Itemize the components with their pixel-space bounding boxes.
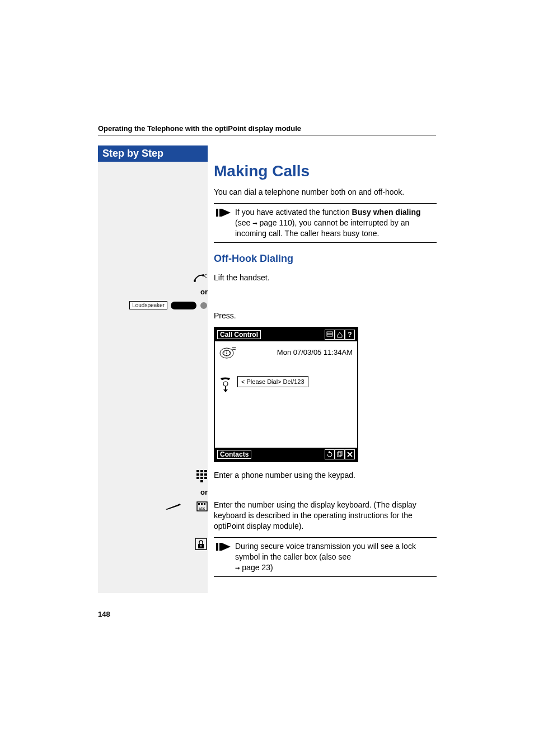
- pd-body: Mon 07/03/05 11:34AM < Please Dial> Del/…: [215, 341, 357, 448]
- home-icon[interactable]: [335, 330, 345, 340]
- note-secure-voice: During secure voice transmission you wil…: [214, 537, 437, 577]
- svg-rect-23: [219, 209, 222, 217]
- note1-post1: (see: [235, 218, 252, 227]
- svg-rect-9: [196, 477, 199, 479]
- or-label: or: [200, 488, 208, 496]
- or-label: or: [200, 288, 208, 296]
- svg-rect-10: [200, 477, 203, 479]
- svg-point-31: [229, 351, 230, 353]
- text-keypad: Enter a phone number using the keypad.: [214, 470, 437, 481]
- svg-rect-11: [204, 477, 207, 479]
- svg-point-36: [223, 382, 228, 386]
- svg-point-1: [202, 274, 204, 276]
- loudspeaker-key-label: Loudspeaker: [129, 301, 167, 309]
- svg-rect-22: [216, 209, 218, 217]
- note1-bold: Busy when dialing: [352, 208, 421, 217]
- svg-rect-3: [196, 470, 199, 472]
- step-sidebar: Step by Step: [98, 145, 208, 593]
- svg-point-34: [229, 354, 230, 355]
- note2-text: During secure voice transmission you wil…: [235, 542, 416, 561]
- text-press: Press.: [214, 311, 437, 321]
- contacts-button[interactable]: Contacts: [217, 450, 251, 459]
- svg-rect-24: [327, 332, 332, 336]
- sidebar-title: Step by Step: [98, 145, 208, 162]
- speaker-icon: [219, 345, 238, 359]
- svg-rect-8: [204, 473, 207, 476]
- redial-icon[interactable]: [325, 449, 335, 459]
- pd-title: Call Control: [217, 330, 261, 339]
- svg-rect-5: [204, 470, 207, 472]
- svg-rect-42: [216, 543, 218, 551]
- pd-dial-field[interactable]: < Please Dial> Del/123: [237, 376, 308, 387]
- main-content: Making Calls You can dial a telephone nu…: [214, 162, 437, 580]
- svg-point-32: [223, 354, 224, 355]
- svg-point-2: [200, 302, 207, 309]
- lock-icon: [194, 537, 208, 551]
- stylus-icon: [165, 503, 182, 510]
- handset-download-icon: [219, 376, 232, 392]
- svg-rect-14: [198, 503, 200, 505]
- svg-rect-39: [339, 451, 342, 456]
- svg-rect-4: [200, 470, 203, 472]
- svg-rect-15: [201, 503, 203, 505]
- arrow-icon: →: [252, 218, 257, 227]
- page-header: Operating the Telephone with the optiPoi…: [98, 124, 436, 135]
- help-icon[interactable]: ?: [345, 330, 355, 340]
- svg-point-33: [226, 355, 227, 356]
- page-number: 148: [98, 610, 110, 618]
- note1-pre: If you have activated the function: [235, 208, 352, 217]
- function-key-icon: [171, 302, 208, 309]
- svg-rect-38: [338, 452, 341, 457]
- heading-making-calls: Making Calls: [214, 162, 437, 180]
- svg-rect-21: [200, 546, 201, 547]
- keyboard-icon[interactable]: [325, 330, 335, 340]
- svg-point-0: [194, 280, 196, 282]
- handset-lift-icon: [193, 273, 208, 283]
- svg-rect-7: [200, 473, 203, 476]
- svg-point-29: [223, 351, 224, 353]
- phone-display: Call Control ?: [214, 327, 358, 462]
- note2-pageref: page 23): [240, 563, 273, 572]
- heading-off-hook: Off-Hook Dialing: [214, 253, 437, 265]
- note-arrow-icon: [216, 541, 232, 552]
- svg-point-35: [226, 353, 227, 354]
- keypad-icon: [196, 470, 208, 482]
- svg-text:abc: abc: [199, 506, 205, 510]
- close-icon[interactable]: [345, 449, 355, 459]
- note-busy-when-dialing: If you have activated the function Busy …: [214, 203, 437, 243]
- svg-rect-6: [196, 473, 199, 476]
- svg-point-30: [226, 350, 227, 351]
- list-icon[interactable]: [335, 449, 345, 459]
- svg-rect-43: [219, 543, 222, 551]
- text-displaykb: Enter the number using the display keybo…: [214, 500, 437, 532]
- pd-titlebar: Call Control ?: [215, 328, 357, 341]
- display-keyboard-icon: abc: [196, 501, 208, 511]
- svg-rect-16: [204, 503, 205, 505]
- note1-pageref: page 110), you cannot be interrupted by …: [235, 218, 409, 238]
- pd-bottombar: Contacts: [215, 448, 357, 461]
- intro-text: You can dial a telephone number both on …: [214, 187, 437, 198]
- pd-timestamp: Mon 07/03/05 11:34AM: [277, 348, 353, 356]
- svg-rect-12: [200, 480, 203, 482]
- note-arrow-icon: [216, 207, 232, 218]
- text-lift: Lift the handset.: [214, 273, 437, 283]
